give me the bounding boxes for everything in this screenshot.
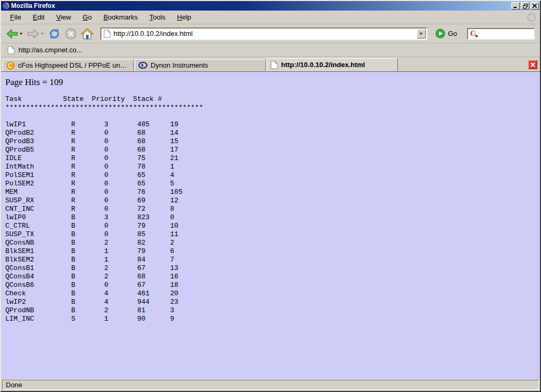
page-icon [104,30,111,38]
bookmarks-bar: http://as.cmpnet.co... [1,43,540,57]
forward-button[interactable] [25,26,45,42]
browser-window: Mozilla Firefox FileEditViewGoBookmarksT… [0,0,541,392]
task-table: Task State Priority Stack # ************… [5,95,536,323]
back-dropdown-icon[interactable] [20,33,23,35]
forward-dropdown-icon[interactable] [41,33,44,35]
stop-button[interactable] [63,26,78,42]
status-bar: Done [1,379,540,391]
menu-bar: FileEditViewGoBookmarksToolsHelp [1,11,540,24]
url-bar[interactable] [100,27,427,40]
bookmark-item[interactable]: http://as.cmpnet.co... [5,45,85,55]
forward-icon [27,29,40,39]
tab-label: cFos Highspeed DSL / PPPoE und ISDN CAP.… [18,61,130,69]
close-button[interactable] [530,2,539,10]
close-icon [530,62,535,67]
tab-2[interactable]: Dynon Instruments [135,59,266,71]
tab-close-button[interactable] [528,60,537,69]
go-icon [435,29,445,39]
back-icon [6,29,18,39]
home-button[interactable] [79,26,95,42]
restore-button[interactable] [521,2,529,10]
reload-button[interactable] [46,26,62,42]
nav-toolbar: Go G [1,24,540,43]
bookmark-label: http://as.cmpnet.co... [18,46,82,54]
minimize-button[interactable] [511,2,520,10]
firefox-logo-icon [2,2,10,10]
back-button[interactable] [4,26,24,42]
menu-item-bookmarks[interactable]: Bookmarks [98,12,144,23]
page-icon [7,46,15,54]
url-input[interactable] [114,30,417,38]
menu-item-go[interactable]: Go [77,12,97,23]
tab-1[interactable]: cFos Highspeed DSL / PPPoE und ISDN CAP.… [3,59,134,71]
stop-icon [65,28,77,40]
chevron-down-icon [419,33,423,35]
cfos-favicon [6,61,15,70]
title-bar[interactable]: Mozilla Firefox [1,1,540,11]
throbber-icon [526,12,537,25]
close-icon [533,4,537,8]
url-dropdown-button[interactable] [417,29,426,39]
minimize-icon [514,4,518,8]
search-box[interactable]: G [467,28,535,40]
restore-icon [523,4,528,8]
tab-label: Dynon Instruments [151,61,208,69]
window-title: Mozilla Firefox [11,2,511,10]
menu-item-help[interactable]: Help [171,12,197,23]
go-button[interactable]: Go [432,26,461,42]
dynon-favicon [138,62,147,69]
google-icon[interactable]: G [470,29,479,38]
page-hits-text: Page Hits = 109 [5,77,536,88]
status-text: Done [2,380,539,390]
page-content: Page Hits = 109 Task State Priority Stac… [1,72,540,379]
menu-item-file[interactable]: File [4,12,27,23]
reload-icon [48,28,61,40]
home-icon [81,28,94,40]
menu-item-edit[interactable]: Edit [27,12,50,23]
tab-3-active[interactable]: http://10.0.10.2/index.html [267,58,398,71]
tab-bar: cFos Highspeed DSL / PPPoE und ISDN CAP.… [1,57,540,72]
menu-item-view[interactable]: View [50,12,77,23]
tab-label: http://10.0.10.2/index.html [281,61,365,69]
search-input[interactable] [479,30,534,38]
go-label: Go [448,30,457,38]
menu-item-tools[interactable]: Tools [144,12,171,23]
page-icon [270,61,278,69]
